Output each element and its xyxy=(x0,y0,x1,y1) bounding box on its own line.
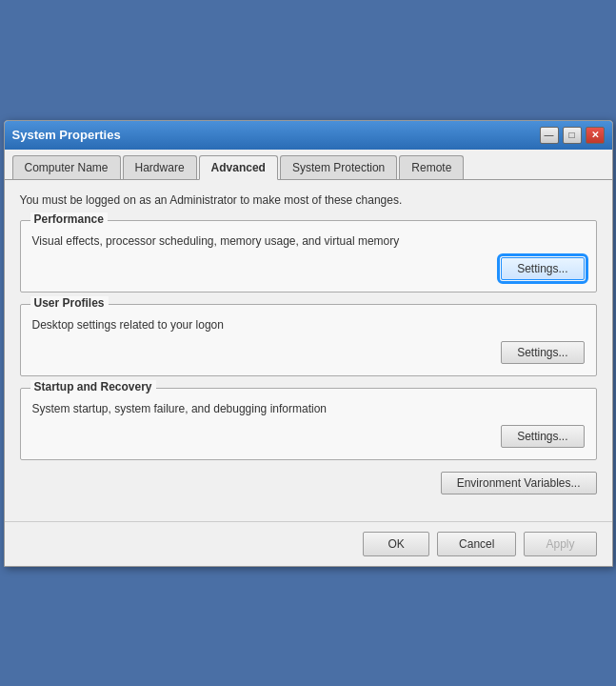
title-bar-controls: — □ ✕ xyxy=(540,127,605,144)
performance-group-label: Performance xyxy=(30,212,108,226)
startup-recovery-group-label: Startup and Recovery xyxy=(30,380,156,393)
title-bar: System Properties — □ ✕ xyxy=(5,121,612,150)
user-profiles-group: User Profiles Desktop settings related t… xyxy=(20,304,597,376)
user-profiles-button-row: Settings... xyxy=(32,341,585,364)
performance-group: Performance Visual effects, processor sc… xyxy=(20,220,597,293)
tab-computer-name[interactable]: Computer Name xyxy=(12,155,121,179)
performance-description: Visual effects, processor scheduling, me… xyxy=(32,234,585,248)
env-variables-row: Environment Variables... xyxy=(20,472,597,494)
startup-recovery-settings-button[interactable]: Settings... xyxy=(501,425,584,448)
startup-recovery-button-row: Settings... xyxy=(32,425,585,448)
user-profiles-group-label: User Profiles xyxy=(30,296,109,310)
warning-text: You must be logged on as an Administrato… xyxy=(20,193,597,207)
apply-button[interactable]: Apply xyxy=(524,532,596,556)
window-title: System Properties xyxy=(12,128,121,142)
footer: OK Cancel Apply xyxy=(5,521,612,566)
tab-remote[interactable]: Remote xyxy=(399,155,464,179)
tab-hardware[interactable]: Hardware xyxy=(123,155,197,179)
system-properties-window: System Properties — □ ✕ Computer Name Ha… xyxy=(4,120,613,567)
startup-recovery-group: Startup and Recovery System startup, sys… xyxy=(20,388,597,460)
user-profiles-settings-button[interactable]: Settings... xyxy=(501,341,584,364)
content-area: You must be logged on as an Administrato… xyxy=(5,180,612,521)
minimize-button[interactable]: — xyxy=(540,127,559,144)
user-profiles-description: Desktop settings related to your logon xyxy=(32,318,585,332)
tab-system-protection[interactable]: System Protection xyxy=(280,155,397,179)
environment-variables-button[interactable]: Environment Variables... xyxy=(441,472,597,494)
close-button[interactable]: ✕ xyxy=(586,127,605,144)
ok-button[interactable]: OK xyxy=(363,532,429,556)
startup-recovery-description: System startup, system failure, and debu… xyxy=(32,402,585,415)
performance-button-row: Settings... xyxy=(32,257,585,280)
cancel-button[interactable]: Cancel xyxy=(437,532,516,556)
performance-settings-button[interactable]: Settings... xyxy=(501,257,584,280)
tabs-container: Computer Name Hardware Advanced System P… xyxy=(5,150,612,180)
maximize-button[interactable]: □ xyxy=(563,127,582,144)
tab-advanced[interactable]: Advanced xyxy=(199,155,278,180)
